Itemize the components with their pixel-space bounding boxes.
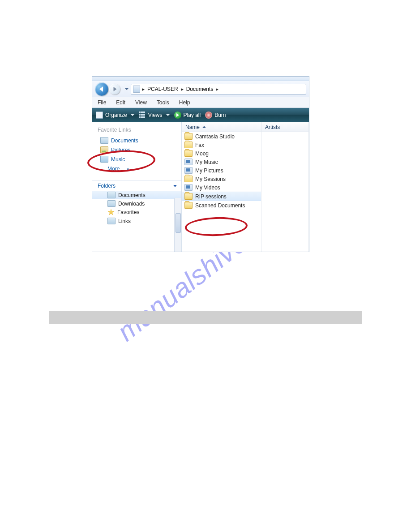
file-row-my-music[interactable]: My Music <box>182 158 261 166</box>
file-name: My Sessions <box>195 176 226 182</box>
tree-favorites[interactable]: Favorites <box>92 208 181 217</box>
system-folder-icon <box>184 159 193 165</box>
column-header-artists[interactable]: Artists <box>261 122 308 132</box>
file-row-my-pictures[interactable]: My Pictures <box>182 166 261 175</box>
file-name: My Pictures <box>195 167 223 174</box>
favorite-pictures[interactable]: Pictures <box>92 145 181 154</box>
favorite-music[interactable]: Music <box>92 154 181 164</box>
system-folder-icon <box>184 167 193 174</box>
file-name: Scanned Documents <box>195 202 245 209</box>
favorite-label: Music <box>111 156 125 163</box>
burn-button[interactable]: Burn <box>205 112 226 119</box>
file-row-my-videos[interactable]: My Videos <box>182 183 261 192</box>
forward-button[interactable] <box>109 84 120 94</box>
menu-edit[interactable]: Edit <box>113 99 128 107</box>
folder-icon <box>184 202 193 209</box>
nav-history-dropdown[interactable] <box>124 83 129 95</box>
chevron-down-icon <box>173 185 177 187</box>
favorite-label: Documents <box>111 137 138 144</box>
breadcrumb-level-2[interactable]: Documents <box>185 86 214 92</box>
folders-header-label: Folders <box>98 183 116 189</box>
file-name: RIP sessions <box>195 193 227 200</box>
system-folder-icon <box>184 184 193 191</box>
window-titlebar <box>92 77 309 81</box>
views-icon <box>139 112 146 119</box>
file-row-my-sessions[interactable]: My Sessions <box>182 175 261 183</box>
sort-ascending-icon <box>202 126 206 128</box>
explorer-body: Favorite Links Documents Pictures Music … <box>92 122 309 252</box>
file-row-moog[interactable]: Moog <box>182 149 261 158</box>
chevron-right-icon: » <box>127 165 129 172</box>
file-name: Fax <box>195 142 204 148</box>
music-icon <box>100 156 108 163</box>
favorite-label: Pictures <box>111 147 130 153</box>
breadcrumb-level-1[interactable]: PCAL-USER <box>146 86 179 92</box>
file-row-camtasia[interactable]: Camtasia Studio <box>182 132 261 141</box>
folder-icon <box>184 133 193 140</box>
favorite-links-header: Favorite Links <box>92 125 181 136</box>
folder-icon <box>184 142 193 148</box>
folder-icon <box>133 86 140 93</box>
file-list: Name Camtasia Studio Fax Moog My <box>182 122 309 252</box>
menu-file[interactable]: File <box>95 99 109 107</box>
burn-icon <box>205 112 212 119</box>
favorite-documents[interactable]: Documents <box>92 136 181 145</box>
views-label: Views <box>148 112 163 118</box>
views-button[interactable]: Views <box>139 112 170 119</box>
address-bar[interactable]: ▸ PCAL-USER ▸ Documents ▸ <box>131 84 306 94</box>
folders-header[interactable]: Folders <box>92 180 181 191</box>
back-button[interactable] <box>95 82 108 96</box>
file-row-scanned-documents[interactable]: Scanned Documents <box>182 201 261 210</box>
column-name: Name Camtasia Studio Fax Moog My <box>182 122 261 252</box>
favorites-icon <box>107 209 115 216</box>
file-name: My Music <box>195 159 218 165</box>
tree-label: Links <box>118 218 131 224</box>
play-all-button[interactable]: Play all <box>174 112 201 119</box>
tree-scrollbar[interactable] <box>174 198 181 252</box>
breadcrumb-separator-icon: ▸ <box>215 86 219 92</box>
favorite-more[interactable]: More » <box>92 164 181 173</box>
tree-documents[interactable]: Documents <box>92 191 181 199</box>
command-bar: Organize Views Play all Burn <box>92 108 309 122</box>
play-icon <box>174 112 181 119</box>
organize-label: Organize <box>105 112 127 118</box>
explorer-window: ▸ PCAL-USER ▸ Documents ▸ File Edit View… <box>92 76 309 252</box>
breadcrumb-separator-icon: ▸ <box>141 86 146 92</box>
folder-icon <box>184 193 193 200</box>
menu-help[interactable]: Help <box>176 99 193 107</box>
burn-label: Burn <box>214 112 226 118</box>
file-row-rip-sessions[interactable]: RIP sessions <box>182 192 261 201</box>
file-name: Moog <box>195 150 209 157</box>
more-label: More <box>107 166 120 172</box>
gray-bar <box>49 311 362 324</box>
nav-row: ▸ PCAL-USER ▸ Documents ▸ <box>92 81 309 97</box>
nav-buttons <box>95 82 123 96</box>
links-icon <box>107 218 116 224</box>
menu-view[interactable]: View <box>133 99 150 107</box>
menu-tools[interactable]: Tools <box>154 99 172 107</box>
folder-icon <box>184 176 193 182</box>
tree-label: Favorites <box>117 209 139 215</box>
scrollbar-thumb[interactable] <box>176 213 181 233</box>
tree-links[interactable]: Links <box>92 217 181 225</box>
organize-icon <box>96 112 103 119</box>
column-artists: Artists <box>261 122 309 252</box>
file-name: My Videos <box>195 184 220 191</box>
play-all-label: Play all <box>184 112 201 118</box>
downloads-icon <box>107 200 116 207</box>
navigation-pane: Favorite Links Documents Pictures Music … <box>92 122 182 252</box>
column-header-label: Artists <box>265 124 280 130</box>
documents-icon <box>100 137 108 144</box>
column-header-name[interactable]: Name <box>182 122 261 132</box>
organize-button[interactable]: Organize <box>96 112 134 119</box>
column-header-label: Name <box>185 124 200 130</box>
file-name: Camtasia Studio <box>195 133 235 140</box>
tree-downloads[interactable]: Downloads <box>92 199 181 208</box>
breadcrumb-separator-icon: ▸ <box>180 86 184 92</box>
file-row-fax[interactable]: Fax <box>182 141 261 149</box>
documents-icon <box>107 192 116 198</box>
folder-icon <box>184 150 193 157</box>
menu-bar: File Edit View Tools Help <box>92 97 309 108</box>
pictures-icon <box>100 146 108 153</box>
tree-label: Downloads <box>118 201 145 207</box>
